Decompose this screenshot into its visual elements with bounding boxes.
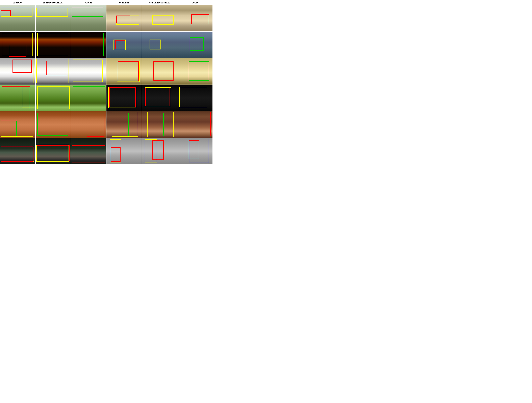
cell-bg-r1-c5 [177, 32, 212, 58]
cell-bg-r2-c4 [142, 58, 177, 84]
cell-r5-c1 [36, 138, 71, 164]
cell-bg-r5-c2 [71, 138, 106, 164]
cell-r3-c2 [71, 85, 106, 111]
cell-r2-c4 [142, 58, 177, 85]
cell-r4-c2 [71, 111, 106, 138]
cell-bg-r4-c4 [142, 111, 177, 138]
cell-r5-c2 [71, 138, 106, 164]
cell-bg-r3-c2 [71, 85, 106, 111]
cell-r2-c1 [36, 58, 71, 85]
cell-bg-r3-c4 [142, 85, 177, 111]
cell-r3-c0 [0, 85, 36, 111]
cell-bg-r4-c2 [71, 111, 106, 138]
cell-r2-c3 [106, 58, 142, 85]
cell-r5-c5 [177, 138, 213, 164]
cell-r2-c0 [0, 58, 36, 85]
cell-r1-c0 [0, 32, 36, 58]
cell-bg-r4-c3 [107, 111, 142, 138]
cell-bg-r0-c2 [71, 5, 106, 31]
cell-bg-r5-c4 [142, 138, 177, 164]
cell-bg-r0-c0 [0, 5, 35, 31]
cell-bg-r1-c4 [142, 32, 177, 58]
cell-r4-c4 [142, 111, 177, 138]
col-header-5: WSDDN+context [142, 1, 177, 4]
main-grid [0, 5, 213, 164]
col-header-6: OICR [177, 1, 213, 4]
col-header-2: WSDDN+context [36, 1, 71, 4]
cell-bg-r4-c0 [0, 111, 35, 138]
cell-r0-c2 [71, 5, 106, 32]
cell-bg-r3-c1 [36, 85, 71, 111]
cell-bg-r1-c1 [36, 32, 71, 58]
cell-r5-c4 [142, 138, 177, 164]
cell-r1-c2 [71, 32, 106, 58]
cell-r1-c5 [177, 32, 213, 58]
cell-bg-r5-c5 [177, 138, 212, 164]
cell-r4-c5 [177, 111, 213, 138]
cell-r4-c1 [36, 111, 71, 138]
cell-r3-c1 [36, 85, 71, 111]
header-row: WSDDN WSDDN+context OICR WSDDN WSDDN+con… [0, 0, 213, 5]
cell-bg-r5-c1 [36, 138, 71, 164]
cell-bg-r0-c5 [177, 5, 212, 31]
cell-r5-c0 [0, 138, 36, 164]
col-header-1: WSDDN [0, 1, 36, 4]
cell-r1-c3 [106, 32, 142, 58]
cell-r1-c1 [36, 32, 71, 58]
cell-r0-c1 [36, 5, 71, 32]
cell-r3-c3 [106, 85, 142, 111]
cell-r0-c0 [0, 5, 36, 32]
cell-r0-c4 [142, 5, 177, 32]
cell-bg-r2-c1 [36, 58, 71, 84]
cell-r2-c2 [71, 58, 106, 85]
cell-r0-c5 [177, 5, 213, 32]
cell-bg-r5-c3 [107, 138, 142, 164]
cell-r5-c3 [106, 138, 142, 164]
cell-r3-c4 [142, 85, 177, 111]
col-header-3: OICR [71, 1, 106, 4]
cell-bg-r2-c5 [177, 58, 212, 84]
cell-bg-r5-c0 [0, 138, 35, 164]
cell-bg-r0-c1 [36, 5, 71, 31]
cell-r1-c4 [142, 32, 177, 58]
cell-r4-c0 [0, 111, 36, 138]
cell-bg-r2-c3 [107, 58, 142, 84]
cell-bg-r1-c2 [71, 32, 106, 58]
cell-r4-c3 [106, 111, 142, 138]
cell-bg-r0-c4 [142, 5, 177, 31]
cell-bg-r3-c0 [0, 85, 35, 111]
cell-bg-r2-c0 [0, 58, 35, 84]
cell-r3-c5 [177, 85, 213, 111]
cell-bg-r1-c0 [0, 32, 35, 58]
cell-bg-r1-c3 [107, 32, 142, 58]
cell-bg-r2-c2 [71, 58, 106, 84]
cell-bg-r4-c1 [36, 111, 71, 138]
col-header-4: WSDDN [106, 1, 142, 4]
cell-r0-c3 [106, 5, 142, 32]
cell-bg-r4-c5 [177, 111, 212, 138]
cell-r2-c5 [177, 58, 213, 85]
cell-bg-r0-c3 [107, 5, 142, 31]
cell-bg-r3-c3 [107, 85, 142, 111]
cell-bg-r3-c5 [177, 85, 212, 111]
